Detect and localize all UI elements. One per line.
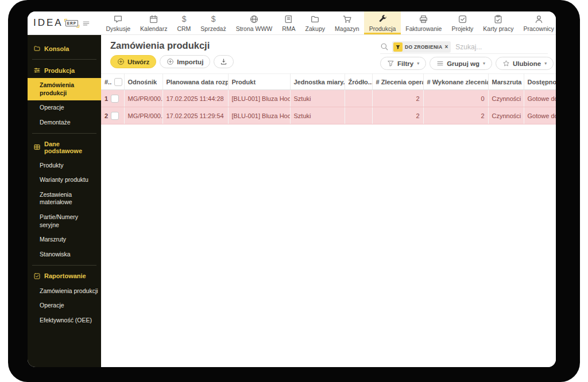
col-product[interactable]: Produkt	[228, 74, 290, 90]
cell-product: [BLU-001] Bluza Hoodi...	[228, 107, 290, 124]
sidebar-item-produkty[interactable]: Produkty	[28, 158, 101, 173]
sidebar-item-zestawienia-materialowe[interactable]: Zestawienia materiałowe	[28, 188, 101, 210]
brand-logo[interactable]: IDEA ERP	[28, 11, 101, 34]
create-button[interactable]: Utwórz	[110, 55, 156, 68]
table-header-row: #.. Odnośnik Planowana data rozpo... Pro…	[101, 74, 556, 90]
search-input[interactable]	[454, 42, 548, 52]
main-content: Zamówienia produkcji Utwórz Importuj	[101, 35, 556, 367]
sidebar-section-label: Raportowanie	[44, 272, 86, 279]
sidebar-item-demontaze[interactable]: Demontaże	[28, 115, 101, 130]
dollar-icon: $	[179, 14, 189, 24]
import-button-label: Importuj	[177, 59, 203, 65]
sidebar-item-efektywnosc-oee[interactable]: Efektywność (OEE)	[28, 313, 101, 328]
nav-item-projekty[interactable]: Projekty	[447, 11, 478, 34]
search-facet-label: DO ZROBIENIA	[405, 44, 442, 50]
records-table: #.. Odnośnik Planowana data rozpo... Pro…	[101, 73, 556, 124]
action-buttons: Utwórz Importuj	[110, 55, 234, 68]
nav-item-zakupy[interactable]: Zakupy	[300, 11, 330, 34]
cell-ref[interactable]: MG/PR/000...	[124, 90, 163, 107]
clipboard-icon	[493, 14, 503, 24]
col-uom[interactable]: Jednostka miary...	[290, 74, 345, 90]
cell-availability: Gotowe do st	[524, 107, 556, 124]
nav-item-pracownicy[interactable]: Pracownicy	[519, 11, 556, 34]
sidebar-item-stanowiska[interactable]: Stanowiska	[28, 247, 101, 262]
cell-availability: Gotowe do st	[524, 90, 556, 107]
filters-button[interactable]: Filtry ▾	[380, 57, 426, 70]
check-square-icon	[458, 14, 467, 24]
favorites-button[interactable]: Ulubione ▾	[496, 57, 554, 70]
sidebar-item-zamowienia-produkcji[interactable]: Zamówienia produkcji	[28, 78, 101, 100]
col-route[interactable]: Marszruta	[488, 74, 524, 90]
cell-planned-date: 17.02.2025 11:29:54	[163, 107, 228, 124]
sidebar-section-konsola[interactable]: Konsola	[28, 41, 101, 56]
sidebar-section-produkcja[interactable]: Produkcja	[28, 63, 101, 78]
col-source[interactable]: Źródło...	[345, 74, 372, 90]
filter-funnel-icon	[393, 42, 403, 52]
sidebar-item-partie-numery-seryjne[interactable]: Partie/Numery seryjne	[28, 210, 101, 232]
sidebar-item-raport-operacje[interactable]: Operacje	[28, 298, 101, 313]
hamburger-menu-icon[interactable]	[82, 18, 91, 28]
sidebar-item-marszruty[interactable]: Marszruty	[28, 232, 101, 247]
view-controls: Filtry ▾ Grupuj wg ▾ Ulubione ▾	[380, 57, 548, 70]
search-facet[interactable]: DO ZROBIENIA ×	[392, 41, 451, 53]
table-row[interactable]: 1 MG/PR/000... 17.02.2025 11:44:28 [BLU-…	[101, 90, 556, 107]
sidebar-item-operacje[interactable]: Operacje	[28, 100, 101, 115]
nav-item-magazyn[interactable]: Magazyn	[330, 11, 365, 34]
row-checkbox[interactable]	[111, 95, 119, 103]
row-number: 1	[105, 95, 108, 102]
nav-item-sprzedaz[interactable]: $ Sprzedaż	[196, 11, 231, 34]
col-operations-count[interactable]: # Zlecenia opera...	[372, 74, 423, 90]
svg-text:$: $	[211, 14, 216, 24]
cell-source	[345, 90, 372, 107]
cell-ref[interactable]: MG/PR/000...	[124, 107, 163, 124]
cell-uom: Sztuki	[290, 90, 345, 107]
cell-source	[345, 107, 372, 124]
sidebar-item-warianty-produktu[interactable]: Warianty produktu	[28, 173, 101, 188]
export-button[interactable]	[214, 55, 234, 68]
nav-item-dyskusje[interactable]: Dyskusje	[101, 11, 136, 34]
col-index-label: #..	[105, 79, 111, 85]
cell-index: 1	[101, 90, 124, 107]
group-by-button[interactable]: Grupuj wg ▾	[430, 57, 492, 70]
nav-item-rma[interactable]: RMA	[277, 11, 300, 34]
filters-button-label: Filtry	[397, 60, 413, 67]
facet-close-icon[interactable]: ×	[444, 44, 448, 50]
sidebar-section-label: Dane podstawowe	[44, 141, 95, 154]
nav-item-produkcja[interactable]: Produkcja	[364, 11, 401, 34]
nav-item-crm[interactable]: $ CRM	[172, 11, 196, 34]
nav-item-fakturowanie[interactable]: Fakturowanie	[401, 11, 447, 34]
col-ref[interactable]: Odnośnik	[124, 74, 163, 90]
col-done-count[interactable]: # Wykonane zlecenia ...	[423, 74, 488, 90]
cell-done-count: 2	[423, 107, 488, 124]
col-index[interactable]: #..	[101, 74, 124, 90]
nav-item-karty-pracy[interactable]: Karty pracy	[478, 11, 519, 34]
brand-name: IDEA	[33, 17, 63, 29]
printer-icon	[419, 14, 428, 24]
sidebar-item-raport-zamowienia-produkcji[interactable]: Zamówienia produkcji	[28, 284, 101, 299]
chevron-down-icon: ▾	[483, 61, 485, 66]
col-planned-date[interactable]: Planowana data rozpo...	[163, 74, 228, 90]
sidebar-section-label: Produkcja	[44, 67, 75, 74]
sidebar-section-raportowanie[interactable]: Raportowanie	[28, 268, 101, 284]
sidebar-divider	[32, 265, 96, 266]
chat-icon	[113, 14, 123, 24]
table-icon	[33, 143, 41, 151]
folder-icon	[33, 45, 41, 52]
col-availability[interactable]: Dostępność m	[524, 74, 556, 90]
nav-item-label: Kalendarz	[140, 25, 167, 32]
nav-item-kalendarz[interactable]: Kalendarz	[136, 11, 172, 34]
select-all-checkbox[interactable]	[114, 78, 122, 86]
import-button[interactable]: Importuj	[160, 55, 210, 68]
cell-index: 2	[101, 107, 124, 124]
table-row[interactable]: 2 MG/PR/000... 17.02.2025 11:29:54 [BLU-…	[101, 107, 556, 124]
nav-item-label: Zakupy	[305, 25, 325, 32]
sidebar: Konsola Produkcja Zamówienia produkcji O…	[28, 35, 101, 367]
search-bar[interactable]: DO ZROBIENIA ×	[380, 40, 548, 54]
cell-route: Czynności	[488, 107, 524, 124]
chevron-down-icon: ▾	[544, 61, 547, 66]
row-checkbox[interactable]	[111, 112, 119, 120]
sidebar-section-dane-podstawowe[interactable]: Dane podstawowe	[28, 137, 101, 158]
folder-icon	[310, 14, 320, 24]
nav-item-strona-www[interactable]: Strona WWW	[231, 11, 277, 34]
star-icon	[502, 60, 510, 67]
